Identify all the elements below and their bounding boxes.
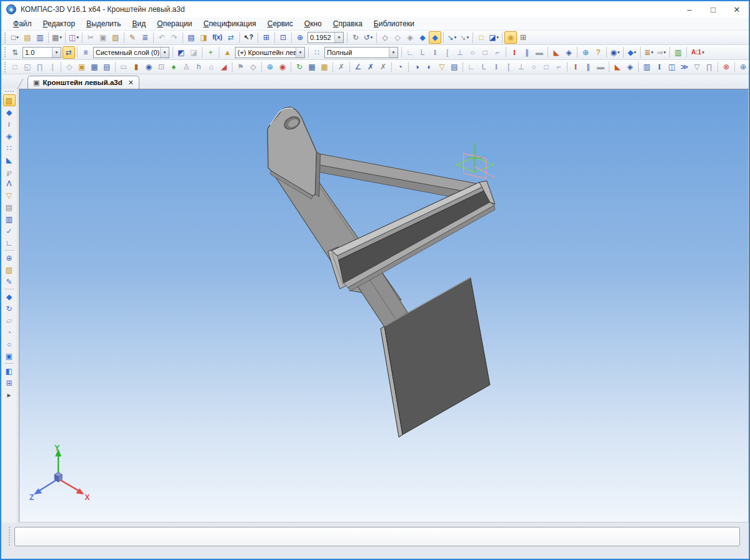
message-bar[interactable] xyxy=(14,527,740,546)
layer-combo[interactable]: Системный слой (0)▾ xyxy=(93,47,169,58)
lock-button[interactable]: ▣ xyxy=(3,350,16,362)
condition-2-button[interactable]: ✗ xyxy=(364,61,377,73)
bridge-button[interactable]: ∏ xyxy=(703,61,716,73)
chevron-down-icon[interactable]: ▾ xyxy=(389,48,398,58)
preview-button[interactable]: ◫▾ xyxy=(68,31,80,44)
palette-button[interactable]: ▧ xyxy=(3,264,16,276)
layers-button[interactable]: ≡ xyxy=(79,46,92,59)
toolbar-grip[interactable] xyxy=(5,91,14,92)
copy-body-button[interactable]: ◧ xyxy=(3,365,16,377)
model-structure-button[interactable]: ⊞ xyxy=(517,31,529,44)
filter-shield-button[interactable]: ▽ xyxy=(436,61,448,73)
shading-edges-button[interactable]: ◆ xyxy=(429,31,441,44)
chevron-down-icon[interactable]: ▾ xyxy=(76,35,79,40)
chevron-down-icon[interactable]: ▾ xyxy=(651,50,654,55)
channel-profile-button[interactable]: [ xyxy=(441,46,454,59)
chevron-down-icon[interactable]: ▾ xyxy=(59,35,62,40)
circle-sketch-button[interactable]: ○ xyxy=(3,338,16,350)
double-channel-button[interactable]: ∥ xyxy=(521,46,533,59)
3d-viewport[interactable]: Y X Z xyxy=(19,89,749,522)
chevron-down-icon[interactable]: ▾ xyxy=(664,50,666,55)
rotate-model-button[interactable]: ↺▾ xyxy=(362,31,374,44)
copy-properties-button[interactable]: ✎ xyxy=(126,31,139,44)
add-feature-button[interactable]: ⊕ xyxy=(737,61,749,73)
menu-item-help[interactable]: Справка xyxy=(328,18,368,29)
edit-part-button[interactable]: ▨ xyxy=(3,94,16,106)
window-button[interactable]: ⊡ xyxy=(155,61,168,73)
menu-item-file[interactable]: Файл xyxy=(8,18,38,29)
quick-display-button[interactable]: ↘▾ xyxy=(458,31,471,44)
corner-solid-button[interactable]: ∟ xyxy=(3,237,16,249)
plane-tool-button[interactable]: ◣ xyxy=(3,154,16,166)
section-profile-button[interactable]: ◫ xyxy=(666,61,678,73)
help-part-button[interactable]: ? xyxy=(592,46,604,59)
chevron-down-icon[interactable]: ▾ xyxy=(160,48,169,58)
chevron-down-icon[interactable]: ▾ xyxy=(334,32,343,42)
grid-fill-button[interactable]: ▥ xyxy=(641,61,653,73)
hidden-lines-button[interactable]: ◇ xyxy=(391,31,404,44)
scale-combo[interactable]: 1.0▾ xyxy=(22,47,61,58)
tools-button[interactable]: ✗ xyxy=(335,61,348,73)
solid-block2-button[interactable]: ▬ xyxy=(594,61,607,73)
angle-profile-button[interactable]: ∟ xyxy=(404,46,416,59)
exchange-button[interactable]: ⇄ xyxy=(225,31,238,44)
arrow-down-button[interactable]: ▽ xyxy=(691,61,703,73)
surface-patch-button[interactable]: ▣ xyxy=(76,61,88,73)
task-window-button[interactable]: ◨ xyxy=(198,31,210,44)
rollback-3-button[interactable]: ◐ xyxy=(423,61,436,73)
step-settings-button[interactable]: ⇅ xyxy=(9,46,21,59)
surface-style-button[interactable]: ◉▾ xyxy=(609,46,621,59)
copy-button[interactable]: ▣ xyxy=(97,31,109,44)
print-button[interactable]: ▦▾ xyxy=(51,31,63,44)
ibeam-profile2-button[interactable]: I xyxy=(490,61,502,73)
redo-button[interactable]: ↷ xyxy=(168,31,181,44)
chair-button[interactable]: h xyxy=(192,61,205,73)
refresh-image-button[interactable]: ↻ xyxy=(349,31,362,44)
functions-button[interactable]: f(x) xyxy=(210,31,225,44)
chevron-down-icon[interactable]: ▾ xyxy=(454,35,457,40)
person-button[interactable]: ♙ xyxy=(180,61,192,73)
channel-profile2-button[interactable]: [ xyxy=(502,61,515,73)
tab-close-icon[interactable]: ✕ xyxy=(128,79,134,87)
surface-tool-button[interactable]: ◈ xyxy=(3,130,16,142)
section-display-button[interactable]: ◪▾ xyxy=(488,31,500,44)
shading-button[interactable]: ◆ xyxy=(416,31,429,44)
revolve-button[interactable]: ↻ xyxy=(3,302,16,314)
collapse-handle[interactable]: ▸ xyxy=(3,389,16,401)
part-orientation-button[interactable]: ▲ xyxy=(221,46,234,59)
spec-button[interactable]: ≣▾ xyxy=(642,46,655,59)
part-combo[interactable]: (+) Кронштейн левь▾ xyxy=(235,47,305,58)
hidden-thin-button[interactable]: ◈ xyxy=(404,31,416,44)
shield-button[interactable]: ◉ xyxy=(276,61,289,73)
ghost-display-button[interactable]: □ xyxy=(475,31,488,44)
sketch-edit-button[interactable]: ◪ xyxy=(188,46,200,59)
polygon-button[interactable]: ⌂ xyxy=(205,61,218,73)
plane-angle-button[interactable]: ∏ xyxy=(34,61,46,73)
undo-button[interactable]: ↶ xyxy=(156,31,168,44)
flag-button[interactable]: ⚑ xyxy=(234,61,247,73)
menu-item-select[interactable]: Выделить xyxy=(81,18,126,29)
check-document-button[interactable]: ✓ xyxy=(3,225,16,237)
plane-offset-button[interactable]: ◱ xyxy=(21,61,34,73)
rollback-2-button[interactable]: ◑ xyxy=(411,61,423,73)
sketch-button[interactable]: ◩ xyxy=(175,46,188,59)
ibeam-red-button[interactable]: I xyxy=(508,46,521,59)
spec-book-button[interactable]: ▥ xyxy=(3,213,16,225)
filter-button[interactable]: ▽ xyxy=(3,189,16,201)
menu-item-view[interactable]: Вид xyxy=(127,18,152,29)
tree-button[interactable]: ♠ xyxy=(168,61,180,73)
sphere-rotate-button[interactable]: ◔ xyxy=(3,326,16,338)
document-manager-button[interactable]: ▤ xyxy=(185,31,198,44)
solid-style-button[interactable]: ◆▾ xyxy=(626,46,638,59)
menu-item-editor[interactable]: Редактор xyxy=(38,18,81,29)
zoom-scale-combo[interactable]: 0.1952▾ xyxy=(308,32,344,43)
corner-red-button[interactable]: ◣ xyxy=(550,46,562,59)
simplify-display-button[interactable]: ↘▾ xyxy=(446,31,458,44)
snap-toggle-button[interactable]: ⇄ xyxy=(62,46,75,59)
edit-sketch-button[interactable]: ✎ xyxy=(3,276,16,288)
local-cs-button[interactable]: + xyxy=(204,46,217,59)
arrow-right-button[interactable]: ≫ xyxy=(678,61,691,73)
add-body-button[interactable]: ⊕ xyxy=(3,252,16,264)
tbeam-profile2-button[interactable]: ⊥ xyxy=(515,61,528,73)
menu-item-window[interactable]: Окно xyxy=(299,18,328,29)
